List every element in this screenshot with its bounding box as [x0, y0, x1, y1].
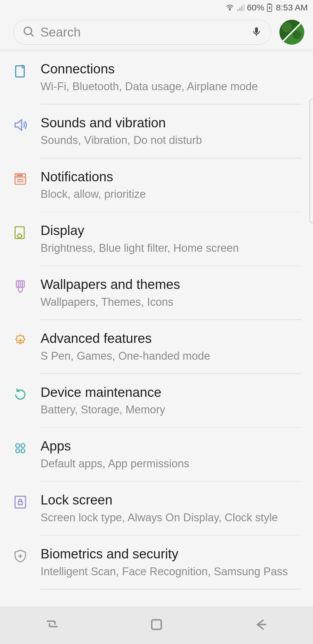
wallpapers-icon: [12, 279, 28, 296]
display-icon: [12, 225, 28, 242]
svg-rect-32: [18, 502, 22, 505]
profile-avatar[interactable]: [279, 20, 304, 45]
svg-point-29: [16, 449, 20, 453]
svg-point-0: [229, 9, 230, 10]
item-sub: Wi-Fi, Bluetooth, Data usage, Airplane m…: [41, 80, 301, 93]
battery-icon: [267, 3, 272, 12]
biometrics-icon: [12, 548, 28, 565]
nav-bar: [0, 606, 313, 644]
item-sub: Screen lock type, Always On Display, Clo…: [41, 511, 301, 524]
item-sub: Sounds, Vibration, Do not disturb: [41, 134, 301, 147]
clock-text: 8:53 AM: [276, 3, 308, 12]
item-title: Sounds and vibration: [41, 115, 301, 130]
svg-rect-35: [152, 620, 161, 629]
item-sub: S Pen, Games, One-handed mode: [41, 350, 301, 363]
scroll-indicator[interactable]: [310, 99, 313, 223]
svg-rect-2: [268, 3, 271, 5]
item-sub: Default apps, App permissions: [41, 457, 301, 470]
item-display[interactable]: Display Brightness, Blue light filter, H…: [0, 212, 313, 265]
notifications-icon: [12, 171, 28, 188]
svg-point-30: [21, 449, 25, 453]
item-apps[interactable]: Apps Default apps, App permissions: [0, 428, 313, 481]
sound-icon: [12, 117, 28, 134]
item-sub: Block, allow, prioritize: [41, 188, 301, 201]
svg-point-28: [21, 444, 25, 448]
search-row: Search: [0, 15, 313, 50]
item-lock-screen[interactable]: Lock screen Screen lock type, Always On …: [0, 482, 313, 535]
item-title: Biometrics and security: [41, 547, 301, 561]
item-title: Display: [41, 223, 301, 238]
item-sub: Intelligent Scan, Face Recognition, Sams…: [41, 565, 301, 578]
item-sounds[interactable]: Sounds and vibration Sounds, Vibration, …: [0, 104, 313, 158]
svg-point-27: [16, 444, 20, 448]
item-title: Wallpapers and themes: [41, 277, 301, 292]
maintenance-icon: [12, 387, 28, 404]
svg-rect-15: [15, 227, 24, 239]
divider: [41, 589, 301, 589]
status-bar: 60% 8:53 AM: [0, 0, 313, 15]
item-maintenance[interactable]: Device maintenance Battery, Storage, Mem…: [0, 374, 313, 427]
svg-point-11: [19, 175, 20, 176]
svg-point-10: [17, 175, 18, 176]
apps-icon: [12, 440, 28, 457]
wifi-icon: [225, 3, 234, 12]
svg-point-3: [24, 27, 32, 35]
item-title: Advanced features: [41, 331, 301, 346]
lock-icon: [12, 494, 28, 511]
item-advanced[interactable]: Advanced features S Pen, Games, One-hand…: [0, 320, 313, 373]
item-wallpapers[interactable]: Wallpapers and themes Wallpapers, Themes…: [0, 266, 313, 319]
search-placeholder: Search: [40, 25, 251, 39]
item-sub: Wallpapers, Themes, Icons: [41, 296, 301, 309]
battery-percent-text: 60%: [247, 3, 264, 12]
back-button[interactable]: [253, 616, 269, 634]
item-title: Device maintenance: [41, 385, 301, 400]
item-biometrics[interactable]: Biometrics and security Intelligent Scan…: [0, 536, 313, 589]
item-title: Apps: [41, 439, 301, 453]
settings-list: Connections Wi-Fi, Bluetooth, Data usage…: [0, 50, 313, 589]
svg-point-12: [21, 175, 22, 176]
search-icon: [22, 25, 35, 39]
item-sub: Battery, Storage, Memory: [41, 404, 301, 416]
connections-icon: [12, 63, 28, 80]
item-title: Notifications: [41, 169, 301, 184]
recents-button[interactable]: [44, 616, 60, 634]
mic-icon[interactable]: [251, 26, 262, 39]
item-title: Lock screen: [41, 493, 301, 507]
advanced-icon: [12, 333, 28, 350]
item-notifications[interactable]: Notifications Block, allow, prioritize: [0, 158, 313, 212]
svg-rect-5: [255, 27, 258, 33]
item-connections[interactable]: Connections Wi-Fi, Bluetooth, Data usage…: [0, 50, 313, 104]
svg-point-16: [18, 234, 22, 238]
item-title: Connections: [41, 61, 301, 76]
signal-icon: [236, 3, 245, 12]
svg-line-4: [30, 33, 33, 36]
svg-rect-31: [15, 496, 26, 508]
search-box[interactable]: Search: [13, 20, 271, 45]
home-button[interactable]: [148, 616, 165, 634]
item-sub: Brightness, Blue light filter, Home scre…: [41, 242, 301, 255]
